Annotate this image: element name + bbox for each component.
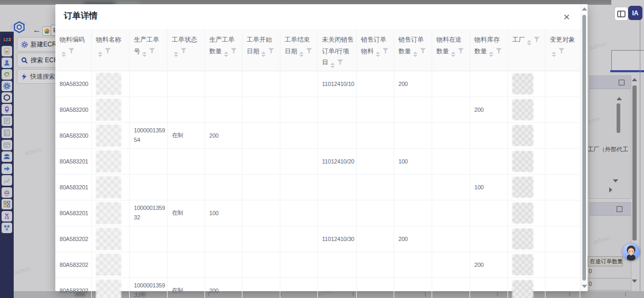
table-row: 80A583200 100000135954 在制 200 bbox=[55, 123, 581, 149]
filter-icon[interactable] bbox=[268, 48, 274, 54]
sort-icon[interactable] bbox=[330, 63, 335, 68]
blurred-material-name bbox=[96, 124, 121, 147]
close-icon[interactable]: × bbox=[563, 11, 570, 23]
table-row: 80A583202 200 bbox=[55, 252, 581, 278]
filter-icon[interactable] bbox=[69, 48, 74, 54]
dialog-title: 订单详情 bbox=[64, 11, 97, 22]
th-stock-qty: 物料库存数量 bbox=[470, 29, 508, 71]
th-sales-order-qty: 销售订单数量 bbox=[394, 29, 432, 71]
sort-icon[interactable] bbox=[174, 52, 178, 57]
sort-icon[interactable] bbox=[224, 52, 228, 57]
filter-icon[interactable] bbox=[105, 48, 111, 54]
screen: 123 bbox=[0, 0, 644, 298]
blurred-material-name bbox=[96, 202, 121, 224]
assistant-avatar[interactable] bbox=[622, 243, 640, 261]
order-table: 物料编码 物料名称 生产工单号 工单状态 生产工单数量 工单开始日期 工单结束日… bbox=[55, 29, 581, 298]
filter-icon[interactable] bbox=[420, 48, 426, 54]
blurred-factory bbox=[512, 280, 533, 298]
sort-icon[interactable] bbox=[451, 52, 455, 57]
filter-icon[interactable] bbox=[559, 48, 564, 54]
filter-icon[interactable] bbox=[306, 48, 312, 54]
filter-icon[interactable] bbox=[231, 48, 237, 54]
th-material-name: 物料名称 bbox=[92, 29, 130, 71]
scroll-up-icon[interactable] bbox=[582, 7, 587, 11]
blurred-factory bbox=[512, 151, 533, 172]
filter-icon[interactable] bbox=[496, 48, 502, 54]
sort-icon[interactable] bbox=[489, 52, 493, 57]
table-row: 80A583200 200 bbox=[55, 97, 581, 123]
filter-icon[interactable] bbox=[149, 48, 155, 54]
blurred-material-name bbox=[96, 280, 121, 298]
sort-icon[interactable] bbox=[376, 52, 380, 57]
filter-icon[interactable] bbox=[458, 48, 464, 54]
table-row: 80A583201 100000135932 在制 100 bbox=[55, 200, 581, 226]
table-row: 80A583200 11012410/10 200 bbox=[55, 71, 581, 97]
order-detail-dialog: 订单详情 × 物料编码 物料名称 生产工单号 工单状态 生产工单数量 工单开始日… bbox=[55, 4, 588, 291]
blurred-factory bbox=[512, 228, 533, 249]
scrollbar-thumb[interactable] bbox=[582, 15, 586, 281]
avatar-girl-icon bbox=[622, 243, 640, 261]
table-row: 80A583201 100 bbox=[55, 175, 581, 200]
table-header-row: 物料编码 物料名称 生产工单号 工单状态 生产工单数量 工单开始日期 工单结束日… bbox=[55, 29, 581, 71]
th-material-code: 物料编码 bbox=[55, 29, 92, 71]
table-row: 80A583201 11012410/20 100 bbox=[55, 149, 581, 175]
blurred-factory bbox=[512, 99, 533, 120]
split-panes-icon bbox=[617, 11, 626, 17]
ia-assistant-button[interactable]: IA bbox=[628, 6, 642, 20]
th-work-order-status: 工单状态 bbox=[168, 29, 205, 71]
th-sales-order-material: 销售订单物料 bbox=[357, 29, 394, 71]
th-work-order-no: 生产工单号 bbox=[130, 29, 168, 71]
th-end-date: 工单结束日期 bbox=[280, 29, 318, 71]
blurred-material-name bbox=[96, 254, 121, 276]
th-factory: 工厂 bbox=[508, 29, 545, 71]
sort-icon[interactable] bbox=[261, 52, 266, 57]
th-open-sales-order: 未关闭销售订单/行项目 bbox=[318, 29, 357, 71]
blurred-factory bbox=[512, 254, 533, 275]
th-change-object: 变更对象 bbox=[545, 29, 580, 71]
filter-icon[interactable] bbox=[181, 48, 187, 54]
th-transit-qty: 物料在途数量 bbox=[432, 29, 470, 71]
blurred-factory bbox=[512, 177, 533, 198]
filter-icon[interactable] bbox=[337, 59, 343, 65]
sort-icon[interactable] bbox=[552, 52, 556, 57]
dialog-scrollbar[interactable] bbox=[581, 4, 588, 291]
table-row: 80A583202 100000135933 在制 200 bbox=[55, 278, 581, 298]
blurred-factory bbox=[512, 125, 533, 146]
sort-icon[interactable] bbox=[527, 40, 531, 45]
sort-icon[interactable] bbox=[299, 52, 304, 57]
sort-icon[interactable] bbox=[142, 52, 147, 57]
table-row: 80A583202 11012410/30 200 bbox=[55, 226, 581, 252]
th-work-order-qty: 生产工单数量 bbox=[205, 29, 242, 71]
sort-icon[interactable] bbox=[413, 52, 417, 57]
filter-icon[interactable] bbox=[383, 48, 388, 54]
th-start-date: 工单开始日期 bbox=[242, 29, 280, 71]
blurred-material-name bbox=[96, 150, 121, 172]
blurred-material-name bbox=[96, 228, 121, 250]
filter-icon[interactable] bbox=[534, 36, 540, 42]
blurred-factory bbox=[512, 203, 533, 224]
sort-icon[interactable] bbox=[98, 52, 102, 57]
blurred-material-name bbox=[96, 73, 121, 95]
sort-icon[interactable] bbox=[62, 52, 66, 57]
blurred-factory bbox=[512, 73, 533, 94]
split-view-button[interactable] bbox=[614, 7, 628, 21]
blurred-material-name bbox=[96, 99, 121, 121]
scroll-down-icon[interactable] bbox=[582, 285, 587, 288]
blurred-material-name bbox=[96, 176, 121, 198]
